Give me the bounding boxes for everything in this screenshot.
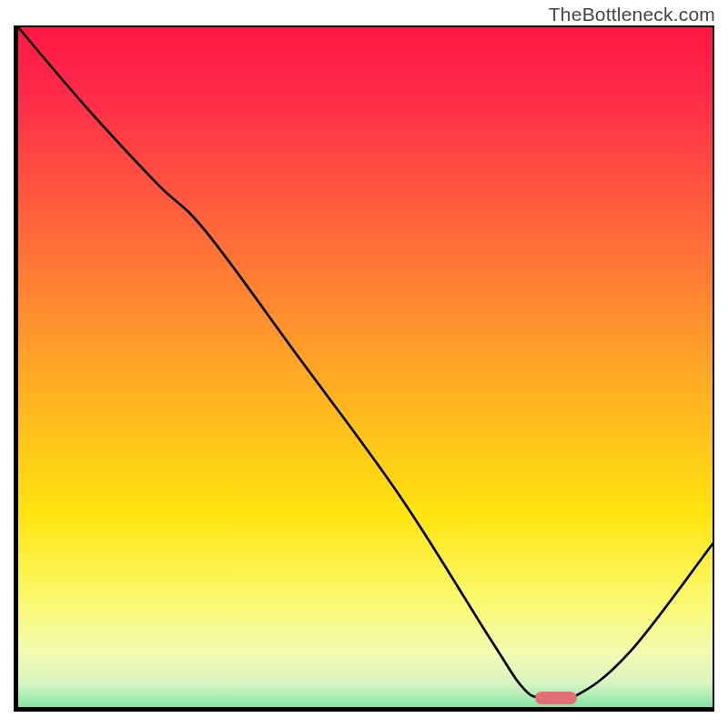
- chart-container: TheBottleneck.com: [0, 0, 728, 728]
- highlight-marker: [535, 692, 577, 704]
- bottleneck-curve: [18, 27, 713, 701]
- curve-layer: [18, 27, 713, 707]
- watermark-text: TheBottleneck.com: [549, 4, 715, 25]
- plot-area: [14, 25, 714, 712]
